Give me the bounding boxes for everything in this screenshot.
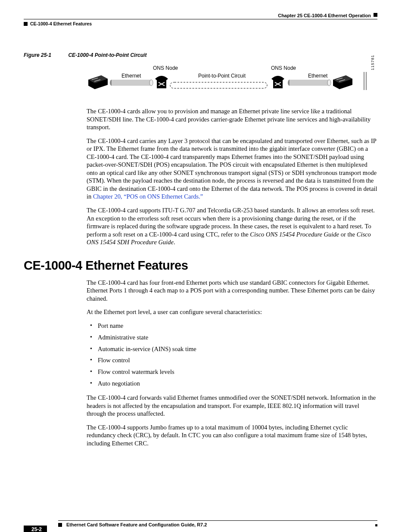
decor-square [375, 524, 377, 526]
list-item: Administrative state [87, 333, 377, 342]
text-run: The CE-1000-4 card carries any Layer 3 p… [87, 137, 377, 200]
network-diagram-icon [88, 72, 373, 93]
svg-point-15 [327, 80, 331, 86]
ons-node-label-left: ONS Node [153, 65, 178, 71]
ons-node-label-right: ONS Node [271, 65, 296, 71]
figure-caption: Figure 25-1 CE-1000-4 Point-to-Point Cir… [24, 52, 377, 58]
figure-number: Figure 25-1 [24, 52, 51, 58]
paragraph: The CE-1000-4 card supports ITU-T G.707 … [87, 206, 377, 246]
chapter-link[interactable]: Chapter 20, “POS on ONS Ethernet Cards.” [93, 193, 203, 200]
list-item: Port name [87, 322, 377, 330]
svg-rect-14 [290, 80, 329, 86]
decor-square [24, 22, 28, 26]
figure-diagram: ONS Node ONS Node Ethernet Ethernet Poin… [88, 67, 377, 97]
paragraph: The CE-1000-4 card carries any Layer 3 p… [87, 137, 377, 201]
text-run: or the [339, 231, 357, 238]
paragraph: The CE-1000-4 supports Jumbo frames up t… [87, 423, 377, 448]
figure-sidecode: 115781 [371, 55, 375, 70]
list-item: Flow control watermark levels [87, 368, 377, 376]
paragraph: The CE-1000-4 cards allow you to provisi… [87, 107, 377, 131]
paragraph: The CE-1000-4 card has four front-end Et… [87, 279, 377, 303]
bullet-list: Port name Administrative state Automatic… [87, 322, 377, 388]
running-header: Chapter 25 CE-1000-4 Ethernet Operation [24, 13, 377, 19]
chapter-label: Chapter 25 CE-1000-4 Ethernet Operation [278, 13, 371, 18]
doc-title-italic: Cisco ONS 15454 Procedure Guide [250, 231, 339, 238]
svg-point-6 [149, 80, 153, 86]
list-item: Flow control [87, 356, 377, 364]
figure-title: CE-1000-4 Point-to-Point Circuit [68, 52, 146, 58]
page-number: 25-2 [24, 526, 47, 532]
page-footer: Ethernet Card Software Feature and Confi… [24, 520, 377, 527]
paragraph: At the Ethernet port level, a user can c… [87, 308, 377, 316]
section-label: CE-1000-4 Ethernet Features [30, 21, 92, 26]
decor-square [374, 13, 377, 17]
list-item: Auto negotiation [87, 380, 377, 388]
text-run: . [174, 239, 175, 246]
svg-rect-5 [112, 80, 151, 86]
running-subheader: CE-1000-4 Ethernet Features [24, 21, 377, 26]
section-heading: CE-1000-4 Ethernet Features [24, 258, 377, 273]
list-item: Automatic in-service (AINS) soak time [87, 345, 377, 353]
decor-square [58, 523, 62, 527]
guide-title: Ethernet Card Software Feature and Confi… [66, 522, 207, 527]
paragraph: The CE-1000-4 card forwards valid Ethern… [87, 394, 377, 418]
